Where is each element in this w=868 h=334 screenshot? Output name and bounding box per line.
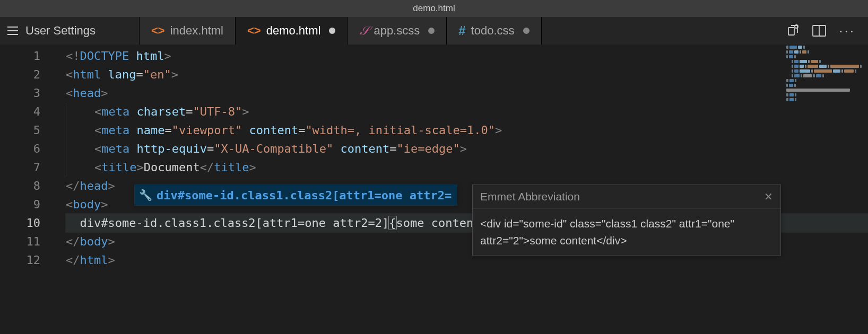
line-number: 12 [0, 251, 53, 269]
code-line[interactable]: <head> [66, 84, 868, 102]
split-editor-icon[interactable] [812, 25, 826, 37]
code-file-icon: <> [247, 24, 261, 38]
tab-label: app.scss [374, 24, 420, 38]
code-line[interactable]: <!DOCTYPE html> [66, 47, 868, 65]
code-line[interactable]: <meta name="viewport" content="width=, i… [66, 121, 868, 139]
line-number: 3 [0, 84, 53, 102]
tab-app-scss[interactable]: 𝒮 app.scss [348, 17, 447, 45]
line-number: 10 [0, 214, 53, 232]
line-number: 7 [0, 158, 53, 177]
code-file-icon: <> [151, 24, 165, 38]
line-number: 1 [0, 47, 53, 65]
title-bar: demo.html [0, 0, 868, 17]
more-actions-icon[interactable]: ··· [839, 24, 855, 38]
line-number: 5 [0, 121, 53, 139]
wrench-icon: 🔧 [139, 189, 152, 201]
suggest-widget[interactable]: 🔧 div#some-id.class1.class2[attr1=one at… [134, 184, 457, 206]
window-title: demo.html [413, 3, 455, 14]
compare-changes-icon[interactable] [787, 24, 800, 37]
gutter: 123456789101112 [0, 45, 53, 269]
line-number: 6 [0, 139, 53, 158]
dirty-indicator-icon [329, 28, 335, 34]
tab-index-html[interactable]: <> index.html [140, 17, 236, 45]
code-line[interactable]: <meta charset="UTF-8"> [66, 102, 868, 121]
line-number: 4 [0, 102, 53, 121]
css-file-icon: # [458, 23, 465, 38]
tabbar-actions: ··· [787, 17, 868, 45]
tab-label: User Settings [25, 24, 96, 38]
suggest-documentation: Emmet Abbreviation ✕ <div id="some-id" c… [472, 184, 781, 256]
line-number: 9 [0, 195, 53, 214]
tab-todo-css[interactable]: # todo.css [447, 17, 541, 45]
hover-title: Emmet Abbreviation [480, 190, 580, 203]
settings-list-icon [7, 27, 18, 35]
tab-label: index.html [170, 24, 223, 38]
dirty-indicator-icon [523, 28, 530, 34]
line-number: 11 [0, 232, 53, 251]
hover-body: <div id="some-id" class="class1 class2" … [473, 209, 780, 255]
tab-label: todo.css [471, 24, 515, 38]
code-line[interactable]: <html lang="en"> [66, 65, 868, 84]
code-line[interactable]: <meta http-equiv="X-UA-Compatible" conte… [66, 139, 868, 158]
tab-bar: User Settings <> index.html <> demo.html… [0, 17, 868, 45]
line-number: 8 [0, 177, 53, 195]
dirty-indicator-icon [428, 28, 435, 34]
suggest-item-text: div#some-id.class1.class2[attr1=one attr… [157, 189, 452, 202]
tab-user-settings[interactable]: User Settings [0, 17, 140, 45]
line-number: 2 [0, 65, 53, 84]
scss-file-icon: 𝒮 [359, 24, 368, 38]
svg-rect-0 [788, 28, 794, 35]
code-line[interactable]: <title>Document</title> [66, 158, 868, 177]
tab-demo-html[interactable]: <> demo.html [236, 17, 348, 45]
close-icon[interactable]: ✕ [764, 190, 773, 203]
tab-label: demo.html [266, 24, 321, 38]
